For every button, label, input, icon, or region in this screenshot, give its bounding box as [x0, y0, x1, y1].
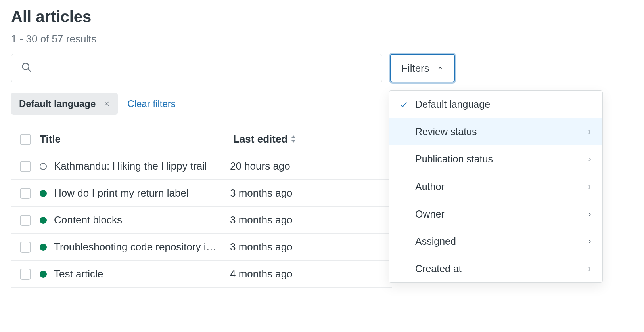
sort-icon: [291, 133, 296, 145]
select-all-checkbox[interactable]: [20, 134, 31, 145]
svg-line-1: [28, 69, 31, 72]
row-checkbox[interactable]: [20, 215, 31, 226]
table-row[interactable]: Test article4 months ago: [11, 261, 392, 288]
filter-option[interactable]: Assigned: [389, 228, 602, 255]
chevron-right-icon: [586, 236, 593, 247]
status-dot: [40, 217, 47, 224]
filters-toggle-label: Filters: [401, 62, 429, 74]
row-last-edited: 3 months ago: [230, 214, 293, 226]
search-icon: [21, 62, 32, 74]
chevron-right-icon: [586, 126, 593, 137]
row-last-edited: 3 months ago: [230, 187, 293, 199]
row-checkbox[interactable]: [20, 161, 31, 172]
table-row[interactable]: How do I print my return label3 months a…: [11, 180, 392, 207]
filter-option[interactable]: Created at: [389, 255, 602, 282]
col-header-last-edited-label: Last edited: [233, 133, 288, 145]
articles-table: Title Last edited Kathmandu: Hiking the …: [11, 126, 392, 288]
row-checkbox[interactable]: [20, 242, 31, 253]
status-dot: [40, 190, 47, 197]
row-checkbox[interactable]: [20, 188, 31, 199]
chevron-right-icon: [586, 181, 593, 193]
filter-option-label: Publication status: [415, 153, 580, 165]
filter-option[interactable]: Review status: [389, 118, 602, 145]
row-title[interactable]: Test article: [54, 268, 223, 280]
filter-option-label: Author: [415, 181, 580, 193]
clear-filters-link[interactable]: Clear filters: [127, 98, 175, 109]
svg-marker-5: [291, 140, 296, 143]
filter-option-label: Review status: [415, 126, 580, 137]
close-icon[interactable]: [104, 98, 110, 109]
svg-point-0: [23, 63, 29, 70]
row-title[interactable]: Kathmandu: Hiking the Hippy trail: [54, 160, 223, 172]
active-filter-chip[interactable]: Default language: [11, 93, 118, 115]
page-title: All articles: [11, 8, 633, 26]
chevron-up-icon: [437, 62, 444, 74]
filter-option[interactable]: Author: [389, 173, 602, 200]
chevron-right-icon: [586, 153, 593, 165]
table-header: Title Last edited: [11, 126, 392, 153]
filter-option-label: Default language: [415, 99, 593, 110]
row-last-edited: 20 hours ago: [230, 160, 290, 172]
table-row[interactable]: Troubleshooting code repository i…3 mont…: [11, 234, 392, 261]
filter-option-default-language[interactable]: Default language: [389, 91, 602, 118]
col-header-last-edited[interactable]: Last edited: [233, 133, 296, 145]
row-last-edited: 3 months ago: [230, 241, 293, 253]
search-input[interactable]: [38, 63, 372, 74]
row-checkbox[interactable]: [20, 269, 31, 280]
filter-option[interactable]: Owner: [389, 200, 602, 228]
col-header-title[interactable]: Title: [40, 133, 226, 145]
chevron-right-icon: [586, 208, 593, 220]
filter-option[interactable]: Publication status: [389, 145, 602, 173]
results-count: 1 - 30 of 57 results: [11, 33, 633, 45]
check-icon: [399, 100, 409, 109]
search-box[interactable]: [11, 54, 382, 82]
svg-marker-4: [291, 135, 296, 138]
status-dot: [40, 163, 47, 170]
filter-option-label: Owner: [415, 208, 580, 220]
table-row[interactable]: Kathmandu: Hiking the Hippy trail20 hour…: [11, 153, 392, 180]
status-dot: [40, 271, 47, 278]
status-dot: [40, 244, 47, 251]
table-row[interactable]: Content blocks3 months ago: [11, 207, 392, 234]
chevron-right-icon: [586, 263, 593, 275]
filter-option-label: Assigned: [415, 236, 580, 247]
row-title[interactable]: How do I print my return label: [54, 187, 223, 199]
row-last-edited: 4 months ago: [230, 268, 293, 280]
row-title[interactable]: Content blocks: [54, 214, 223, 226]
row-title[interactable]: Troubleshooting code repository i…: [54, 241, 223, 253]
chip-label: Default language: [19, 98, 96, 109]
filter-option-label: Created at: [415, 263, 580, 275]
filters-dropdown: Default language Review statusPublicatio…: [389, 90, 603, 283]
filters-toggle[interactable]: Filters: [390, 54, 455, 82]
